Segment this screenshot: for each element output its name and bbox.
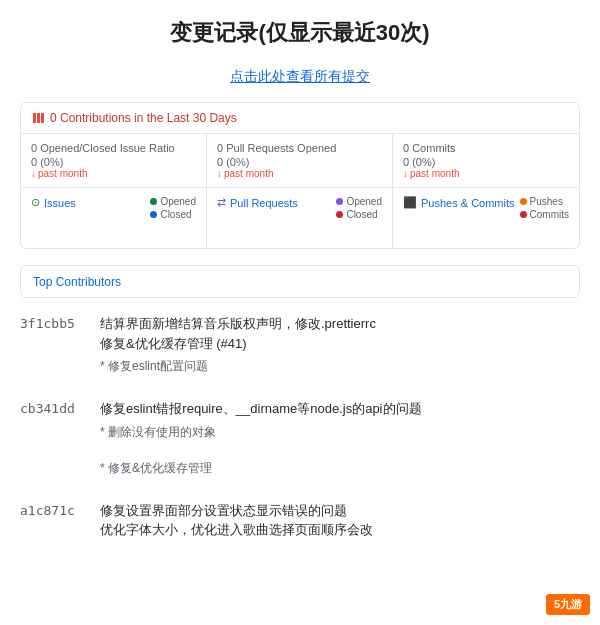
legend-label-closed-issues: Closed xyxy=(160,209,191,220)
stats-grid: 0 Opened/Closed Issue Ratio 0 (0%) ↓ pas… xyxy=(21,134,579,188)
commit-item-2: a1c871c 修复设置界面部分设置状态显示错误的问题优化字体大小，优化进入歌曲… xyxy=(20,501,580,552)
stat-change-label-commits: past month xyxy=(410,168,459,179)
chart-row-issues: ⊙ Issues Opened Closed xyxy=(31,196,196,220)
watermark: 5九游 xyxy=(546,594,590,615)
stat-label-commits: 0 Commits xyxy=(403,142,569,154)
commit-hash-1: cb341dd xyxy=(20,399,80,477)
commit-item-1: cb341dd 修复eslint错报require、__dirname等node… xyxy=(20,399,580,485)
chart-row-pushes: ⬛ Pushes & Commits Pushes Commits xyxy=(403,196,569,220)
chart-title-label-prs: Pull Requests xyxy=(230,197,298,209)
issue-icon: ⊙ xyxy=(31,196,40,209)
legend-item-closed-issues: Closed xyxy=(150,209,196,220)
legend-item-opened-prs: Opened xyxy=(336,196,382,207)
view-all-section: 点击此处查看所有提交 xyxy=(0,58,600,102)
chart-legend-issues: Opened Closed xyxy=(150,196,196,220)
commit-messages-1: 修复eslint错报require、__dirname等node.js的api的… xyxy=(100,399,580,477)
charts-grid: ⊙ Issues Opened Closed ⇄ xyxy=(21,188,579,248)
chart-title-label-issues: Issues xyxy=(44,197,76,209)
chart-legend-pushes: Pushes Commits xyxy=(520,196,569,220)
stat-change-label-issues: past month xyxy=(38,168,87,179)
stat-change-prs: ↓ past month xyxy=(217,168,382,179)
stat-change-label-prs: past month xyxy=(224,168,273,179)
chart-cell-pushes: ⬛ Pushes & Commits Pushes Commits xyxy=(393,188,579,248)
stat-value-issues: 0 (0%) xyxy=(31,156,196,168)
legend-dot-opened-issues xyxy=(150,198,157,205)
chart-legend-prs: Opened Closed xyxy=(336,196,382,220)
legend-item-closed-prs: Closed xyxy=(336,209,382,220)
legend-dot-closed-prs xyxy=(336,211,343,218)
push-icon: ⬛ xyxy=(403,196,417,209)
chart-cell-issues: ⊙ Issues Opened Closed xyxy=(21,188,207,248)
stat-cell-commits: 0 Commits 0 (0%) ↓ past month xyxy=(393,134,579,187)
down-arrow-issues: ↓ xyxy=(31,168,36,179)
commit-sub-0: * 修复eslint配置问题 xyxy=(100,357,580,375)
commits-list: 3f1cbb5 结算界面新增结算音乐版权声明，修改.prettierrc修复&优… xyxy=(0,314,600,552)
legend-dot-pushes xyxy=(520,198,527,205)
stat-label-prs: 0 Pull Requests Opened xyxy=(217,142,382,154)
stats-container: 0 Contributions in the Last 30 Days 0 Op… xyxy=(20,102,580,249)
legend-label-opened-issues: Opened xyxy=(160,196,196,207)
stat-label-issues: 0 Opened/Closed Issue Ratio xyxy=(31,142,196,154)
commit-main-2: 修复设置界面部分设置状态显示错误的问题优化字体大小，优化进入歌曲选择页面顺序会改 xyxy=(100,501,580,540)
chart-title-pushes: ⬛ Pushes & Commits xyxy=(403,196,515,209)
stats-header: 0 Contributions in the Last 30 Days xyxy=(21,103,579,134)
legend-label-pushes: Pushes xyxy=(530,196,563,207)
chart-row-prs: ⇄ Pull Requests Opened Closed xyxy=(217,196,382,220)
legend-item-pushes: Pushes xyxy=(520,196,569,207)
stat-change-commits: ↓ past month xyxy=(403,168,569,179)
stat-value-commits: 0 (0%) xyxy=(403,156,569,168)
legend-label-commits-chart: Commits xyxy=(530,209,569,220)
down-arrow-commits: ↓ xyxy=(403,168,408,179)
legend-item-opened-issues: Opened xyxy=(150,196,196,207)
chart-cell-prs: ⇄ Pull Requests Opened Closed xyxy=(207,188,393,248)
legend-label-closed-prs: Closed xyxy=(346,209,377,220)
stat-change-issues: ↓ past month xyxy=(31,168,196,179)
stat-cell-prs: 0 Pull Requests Opened 0 (0%) ↓ past mon… xyxy=(207,134,393,187)
stats-header-label: 0 Contributions in the Last 30 Days xyxy=(50,111,237,125)
view-all-link[interactable]: 点击此处查看所有提交 xyxy=(230,68,370,84)
page-title: 变更记录(仅显示最近30次) xyxy=(0,0,600,58)
stat-cell-issues: 0 Opened/Closed Issue Ratio 0 (0%) ↓ pas… xyxy=(21,134,207,187)
contributors-section: Top Contributors xyxy=(20,265,580,298)
chart-title-issues: ⊙ Issues xyxy=(31,196,76,209)
down-arrow-prs: ↓ xyxy=(217,168,222,179)
pr-icon: ⇄ xyxy=(217,196,226,209)
contributors-label[interactable]: Top Contributors xyxy=(33,275,121,289)
legend-label-opened-prs: Opened xyxy=(346,196,382,207)
legend-item-commits-chart: Commits xyxy=(520,209,569,220)
commit-sub-1: * 删除没有使用的对象 * 修复&优化缓存管理 xyxy=(100,423,580,477)
chart-title-label-pushes: Pushes & Commits xyxy=(421,197,515,209)
stat-value-prs: 0 (0%) xyxy=(217,156,382,168)
legend-dot-opened-prs xyxy=(336,198,343,205)
commit-hash-2: a1c871c xyxy=(20,501,80,544)
chart-title-prs: ⇄ Pull Requests xyxy=(217,196,298,209)
commit-main-1: 修复eslint错报require、__dirname等node.js的api的… xyxy=(100,399,580,419)
legend-dot-closed-issues xyxy=(150,211,157,218)
commit-main-0: 结算界面新增结算音乐版权声明，修改.prettierrc修复&优化缓存管理 (#… xyxy=(100,314,580,353)
commit-messages-2: 修复设置界面部分设置状态显示错误的问题优化字体大小，优化进入歌曲选择页面顺序会改 xyxy=(100,501,580,544)
commit-hash-0: 3f1cbb5 xyxy=(20,314,80,375)
commit-messages-0: 结算界面新增结算音乐版权声明，修改.prettierrc修复&优化缓存管理 (#… xyxy=(100,314,580,375)
legend-dot-commits-chart xyxy=(520,211,527,218)
grid-icon xyxy=(33,113,44,123)
commit-item-0: 3f1cbb5 结算界面新增结算音乐版权声明，修改.prettierrc修复&优… xyxy=(20,314,580,383)
